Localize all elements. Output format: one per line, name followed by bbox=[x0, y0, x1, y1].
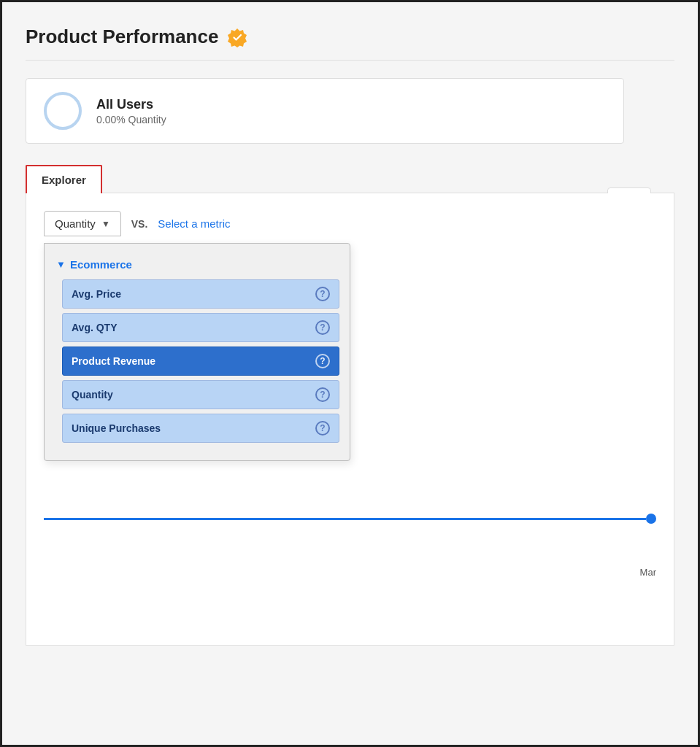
chart-area: Quantity ▼ VS. Select a metric ▼ Ecommer… bbox=[26, 193, 674, 646]
dropdown-item-avg-qty[interactable]: Avg. QTY ? bbox=[62, 313, 339, 342]
tab-bar: Explorer bbox=[26, 164, 674, 193]
category-label: Ecommerce bbox=[70, 258, 132, 271]
page-title: Product Performance bbox=[26, 26, 218, 48]
metric-selector-row: Quantity ▼ VS. Select a metric bbox=[44, 211, 656, 236]
chart-dot bbox=[646, 514, 656, 524]
metric-dropdown[interactable]: Quantity ▼ bbox=[44, 211, 121, 236]
help-icon-avg-qty[interactable]: ? bbox=[315, 320, 330, 335]
chart-line bbox=[44, 518, 646, 520]
dropdown-item-label: Product Revenue bbox=[72, 355, 155, 367]
dropdown-item-label: Avg. Price bbox=[72, 288, 121, 300]
segment-info: All Users 0.00% Quantity bbox=[96, 97, 166, 125]
chart-line-container bbox=[44, 514, 656, 524]
segment-subtitle: 0.00% Quantity bbox=[96, 114, 166, 125]
help-icon-product-revenue[interactable]: ? bbox=[315, 354, 330, 368]
select-metric-link[interactable]: Select a metric bbox=[158, 217, 230, 230]
dropdown-item-product-revenue[interactable]: Product Revenue ? bbox=[62, 347, 339, 376]
chart-label-mar: Mar bbox=[640, 567, 656, 578]
dropdown-item-label: Quantity bbox=[72, 389, 113, 400]
dropdown-item-avg-price[interactable]: Avg. Price ? bbox=[62, 279, 339, 309]
metric-dropdown-label: Quantity bbox=[55, 217, 96, 230]
dropdown-arrow-icon: ▼ bbox=[101, 219, 110, 229]
help-icon-quantity[interactable]: ? bbox=[315, 387, 330, 402]
dropdown-item-label: Unique Purchases bbox=[72, 422, 161, 434]
category-arrow-icon: ▼ bbox=[56, 259, 66, 270]
dropdown-item-quantity[interactable]: Quantity ? bbox=[62, 380, 339, 409]
dropdown-panel: ▼ Ecommerce Avg. Price ? Avg. QTY ? Prod… bbox=[44, 243, 350, 461]
segment-circle bbox=[44, 92, 82, 130]
verified-icon bbox=[227, 27, 247, 47]
dropdown-items: Avg. Price ? Avg. QTY ? Product Revenue … bbox=[62, 279, 338, 443]
page-header: Product Performance bbox=[26, 26, 674, 61]
segment-name: All Users bbox=[96, 97, 166, 112]
chart-visualization: Mar bbox=[44, 514, 656, 557]
help-icon-unique-purchases[interactable]: ? bbox=[315, 421, 330, 436]
dropdown-item-label: Avg. QTY bbox=[72, 322, 118, 333]
dropdown-item-unique-purchases[interactable]: Unique Purchases ? bbox=[62, 414, 339, 443]
segment-card[interactable]: All Users 0.00% Quantity bbox=[26, 78, 624, 144]
help-icon-avg-price[interactable]: ? bbox=[315, 287, 330, 301]
tab-explorer[interactable]: Explorer bbox=[26, 165, 102, 193]
dropdown-category: ▼ Ecommerce bbox=[56, 258, 338, 271]
vs-label: VS. bbox=[131, 218, 148, 230]
